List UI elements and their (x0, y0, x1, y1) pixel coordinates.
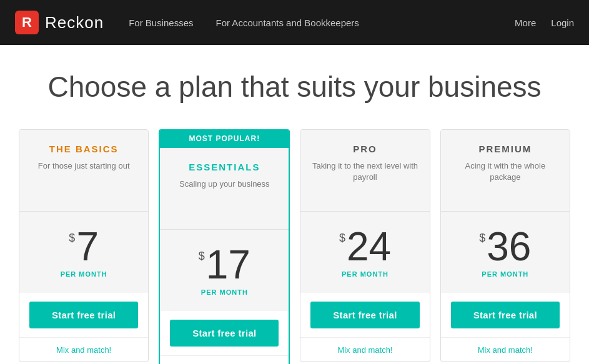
plan-cta-basics: Start free trial (19, 293, 148, 337)
plans-section: THE BASICS For those just starting out $… (0, 123, 589, 364)
price-period-essentials: PER MONTH (170, 288, 279, 296)
nav-more[interactable]: More (515, 17, 536, 28)
plan-header-pro: PRO Taking it to the next level with pay… (300, 130, 429, 211)
logo-icon: R (15, 11, 39, 34)
price-amount-premium: 36 (487, 227, 531, 267)
logo[interactable]: R Reckon (15, 11, 104, 34)
navbar: R Reckon For Businesses For Accountants … (0, 0, 589, 45)
mix-link-premium[interactable]: Mix and match! (478, 345, 533, 355)
price-period-basics: PER MONTH (29, 270, 138, 278)
trial-button-premium[interactable]: Start free trial (451, 302, 560, 328)
plan-header-premium: PREMIUM Acing it with the whole package (441, 130, 570, 211)
plan-card-basics: THE BASICS For those just starting out $… (19, 129, 149, 362)
nav-login[interactable]: Login (551, 17, 574, 28)
plan-cta-pro: Start free trial (300, 293, 429, 337)
plan-pricing-basics: $ 7 PER MONTH (19, 211, 148, 293)
plan-tagline-pro: Taking it to the next level with payroll (310, 160, 419, 183)
plan-cta-premium: Start free trial (441, 293, 570, 337)
plan-mix-premium: Mix and match! (441, 337, 570, 362)
mix-link-basics[interactable]: Mix and match! (56, 345, 111, 355)
nav-for-businesses[interactable]: For Businesses (129, 17, 193, 28)
plan-header-essentials: ESSENTIALS Scaling up your business (160, 148, 289, 229)
plan-name-basics: THE BASICS (49, 144, 119, 154)
nav-for-accountants[interactable]: For Accountants and Bookkeepers (216, 17, 359, 28)
plan-name-pro: PRO (353, 144, 377, 154)
plan-tagline-basics: For those just starting out (38, 160, 130, 172)
plan-mix-pro: Mix and match! (300, 337, 429, 362)
price-dollar-basics: $ (69, 232, 75, 245)
popular-badge: MOST POPULAR! (160, 129, 289, 148)
plan-tagline-essentials: Scaling up your business (179, 179, 270, 190)
plan-pricing-premium: $ 36 PER MONTH (441, 211, 570, 293)
price-amount-pro: 24 (347, 227, 391, 267)
price-row-basics: $ 7 (29, 227, 138, 267)
price-amount-essentials: 17 (206, 245, 250, 285)
logo-text: Reckon (45, 13, 104, 32)
price-dollar-essentials: $ (199, 250, 205, 263)
trial-button-pro[interactable]: Start free trial (310, 302, 419, 328)
price-dollar-premium: $ (479, 232, 485, 245)
plan-card-pro: PRO Taking it to the next level with pay… (300, 129, 430, 362)
price-row-premium: $ 36 (451, 227, 560, 267)
logo-letter: R (22, 14, 32, 31)
mix-link-pro[interactable]: Mix and match! (337, 345, 392, 355)
plan-card-premium: PREMIUM Acing it with the whole package … (440, 129, 570, 362)
plan-name-premium: PREMIUM (478, 144, 532, 154)
plans-grid: THE BASICS For those just starting out $… (19, 129, 570, 364)
price-period-premium: PER MONTH (451, 270, 560, 278)
plan-mix-essentials: Mix and match! (160, 355, 289, 364)
price-period-pro: PER MONTH (310, 270, 419, 278)
plan-card-essentials: MOST POPULAR! ESSENTIALS Scaling up your… (159, 129, 290, 364)
plan-tagline-premium: Acing it with the whole package (451, 160, 560, 183)
plan-name-essentials: ESSENTIALS (189, 162, 260, 172)
trial-button-essentials[interactable]: Start free trial (170, 320, 279, 347)
price-amount-basics: 7 (76, 227, 99, 267)
plan-pricing-essentials: $ 17 PER MONTH (160, 229, 289, 311)
price-row-essentials: $ 17 (170, 245, 279, 285)
nav-right: More Login (515, 17, 574, 28)
nav-links: For Businesses For Accountants and Bookk… (129, 17, 515, 28)
price-dollar-pro: $ (339, 232, 345, 245)
plan-mix-basics: Mix and match! (19, 337, 148, 362)
hero-section: Choose a plan that suits your business (0, 45, 589, 123)
plan-pricing-pro: $ 24 PER MONTH (300, 211, 429, 293)
trial-button-basics[interactable]: Start free trial (29, 302, 138, 328)
price-row-pro: $ 24 (310, 227, 419, 267)
plan-cta-essentials: Start free trial (160, 311, 289, 355)
hero-title: Choose a plan that suits your business (12, 70, 577, 104)
plan-header-basics: THE BASICS For those just starting out (19, 130, 148, 211)
